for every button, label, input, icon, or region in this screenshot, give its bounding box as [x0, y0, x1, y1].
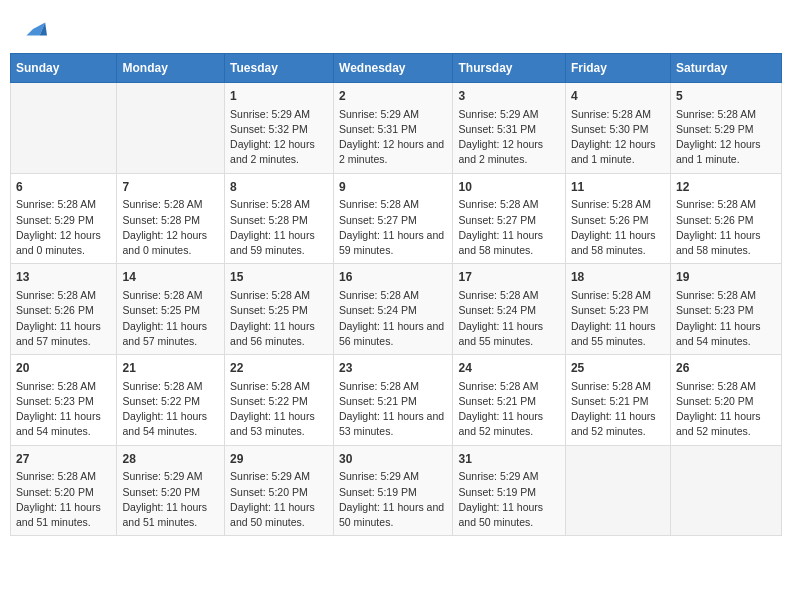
header-monday: Monday: [117, 54, 225, 83]
day-number: 17: [458, 269, 559, 286]
calendar-week-row: 1Sunrise: 5:29 AM Sunset: 5:32 PM Daylig…: [11, 83, 782, 174]
day-number: 23: [339, 360, 447, 377]
day-info: Sunrise: 5:29 AM Sunset: 5:31 PM Dayligh…: [339, 107, 447, 168]
calendar-cell: [565, 445, 670, 536]
calendar-cell: [11, 83, 117, 174]
day-info: Sunrise: 5:28 AM Sunset: 5:26 PM Dayligh…: [16, 288, 111, 349]
calendar-cell: 18Sunrise: 5:28 AM Sunset: 5:23 PM Dayli…: [565, 264, 670, 355]
day-number: 20: [16, 360, 111, 377]
day-info: Sunrise: 5:28 AM Sunset: 5:28 PM Dayligh…: [122, 197, 219, 258]
day-info: Sunrise: 5:28 AM Sunset: 5:25 PM Dayligh…: [230, 288, 328, 349]
day-info: Sunrise: 5:28 AM Sunset: 5:25 PM Dayligh…: [122, 288, 219, 349]
day-info: Sunrise: 5:28 AM Sunset: 5:23 PM Dayligh…: [571, 288, 665, 349]
calendar-cell: 30Sunrise: 5:29 AM Sunset: 5:19 PM Dayli…: [334, 445, 453, 536]
day-number: 5: [676, 88, 776, 105]
calendar-cell: 31Sunrise: 5:29 AM Sunset: 5:19 PM Dayli…: [453, 445, 565, 536]
day-number: 7: [122, 179, 219, 196]
calendar-cell: [670, 445, 781, 536]
header-tuesday: Tuesday: [225, 54, 334, 83]
calendar-cell: 20Sunrise: 5:28 AM Sunset: 5:23 PM Dayli…: [11, 355, 117, 446]
day-number: 19: [676, 269, 776, 286]
calendar-cell: 19Sunrise: 5:28 AM Sunset: 5:23 PM Dayli…: [670, 264, 781, 355]
header-wednesday: Wednesday: [334, 54, 453, 83]
day-number: 1: [230, 88, 328, 105]
header-friday: Friday: [565, 54, 670, 83]
day-number: 21: [122, 360, 219, 377]
calendar-cell: [117, 83, 225, 174]
day-info: Sunrise: 5:29 AM Sunset: 5:31 PM Dayligh…: [458, 107, 559, 168]
header-saturday: Saturday: [670, 54, 781, 83]
day-number: 26: [676, 360, 776, 377]
day-number: 2: [339, 88, 447, 105]
calendar-cell: 17Sunrise: 5:28 AM Sunset: 5:24 PM Dayli…: [453, 264, 565, 355]
day-info: Sunrise: 5:28 AM Sunset: 5:28 PM Dayligh…: [230, 197, 328, 258]
calendar-cell: 24Sunrise: 5:28 AM Sunset: 5:21 PM Dayli…: [453, 355, 565, 446]
day-info: Sunrise: 5:28 AM Sunset: 5:29 PM Dayligh…: [676, 107, 776, 168]
calendar-cell: 29Sunrise: 5:29 AM Sunset: 5:20 PM Dayli…: [225, 445, 334, 536]
calendar-cell: 11Sunrise: 5:28 AM Sunset: 5:26 PM Dayli…: [565, 173, 670, 264]
day-info: Sunrise: 5:29 AM Sunset: 5:19 PM Dayligh…: [458, 469, 559, 530]
day-number: 3: [458, 88, 559, 105]
day-number: 12: [676, 179, 776, 196]
calendar-cell: 1Sunrise: 5:29 AM Sunset: 5:32 PM Daylig…: [225, 83, 334, 174]
calendar-cell: 23Sunrise: 5:28 AM Sunset: 5:21 PM Dayli…: [334, 355, 453, 446]
calendar-cell: 27Sunrise: 5:28 AM Sunset: 5:20 PM Dayli…: [11, 445, 117, 536]
day-info: Sunrise: 5:28 AM Sunset: 5:30 PM Dayligh…: [571, 107, 665, 168]
day-info: Sunrise: 5:28 AM Sunset: 5:22 PM Dayligh…: [122, 379, 219, 440]
calendar-cell: 25Sunrise: 5:28 AM Sunset: 5:21 PM Dayli…: [565, 355, 670, 446]
day-info: Sunrise: 5:28 AM Sunset: 5:23 PM Dayligh…: [16, 379, 111, 440]
day-info: Sunrise: 5:29 AM Sunset: 5:20 PM Dayligh…: [230, 469, 328, 530]
day-number: 29: [230, 451, 328, 468]
calendar-header-row: SundayMondayTuesdayWednesdayThursdayFrid…: [11, 54, 782, 83]
day-info: Sunrise: 5:28 AM Sunset: 5:24 PM Dayligh…: [458, 288, 559, 349]
calendar-cell: 9Sunrise: 5:28 AM Sunset: 5:27 PM Daylig…: [334, 173, 453, 264]
calendar-cell: 16Sunrise: 5:28 AM Sunset: 5:24 PM Dayli…: [334, 264, 453, 355]
day-info: Sunrise: 5:28 AM Sunset: 5:29 PM Dayligh…: [16, 197, 111, 258]
day-info: Sunrise: 5:28 AM Sunset: 5:21 PM Dayligh…: [339, 379, 447, 440]
day-number: 8: [230, 179, 328, 196]
header-thursday: Thursday: [453, 54, 565, 83]
calendar-cell: 5Sunrise: 5:28 AM Sunset: 5:29 PM Daylig…: [670, 83, 781, 174]
day-number: 16: [339, 269, 447, 286]
day-info: Sunrise: 5:28 AM Sunset: 5:22 PM Dayligh…: [230, 379, 328, 440]
day-number: 30: [339, 451, 447, 468]
day-number: 4: [571, 88, 665, 105]
day-number: 14: [122, 269, 219, 286]
header-sunday: Sunday: [11, 54, 117, 83]
calendar-week-row: 20Sunrise: 5:28 AM Sunset: 5:23 PM Dayli…: [11, 355, 782, 446]
day-info: Sunrise: 5:29 AM Sunset: 5:20 PM Dayligh…: [122, 469, 219, 530]
day-number: 6: [16, 179, 111, 196]
calendar-cell: 3Sunrise: 5:29 AM Sunset: 5:31 PM Daylig…: [453, 83, 565, 174]
day-info: Sunrise: 5:29 AM Sunset: 5:32 PM Dayligh…: [230, 107, 328, 168]
day-info: Sunrise: 5:28 AM Sunset: 5:20 PM Dayligh…: [16, 469, 111, 530]
calendar-cell: 22Sunrise: 5:28 AM Sunset: 5:22 PM Dayli…: [225, 355, 334, 446]
calendar-cell: 21Sunrise: 5:28 AM Sunset: 5:22 PM Dayli…: [117, 355, 225, 446]
day-number: 24: [458, 360, 559, 377]
day-number: 27: [16, 451, 111, 468]
day-info: Sunrise: 5:28 AM Sunset: 5:24 PM Dayligh…: [339, 288, 447, 349]
calendar-week-row: 6Sunrise: 5:28 AM Sunset: 5:29 PM Daylig…: [11, 173, 782, 264]
calendar-cell: 4Sunrise: 5:28 AM Sunset: 5:30 PM Daylig…: [565, 83, 670, 174]
day-info: Sunrise: 5:28 AM Sunset: 5:23 PM Dayligh…: [676, 288, 776, 349]
day-number: 9: [339, 179, 447, 196]
calendar-cell: 13Sunrise: 5:28 AM Sunset: 5:26 PM Dayli…: [11, 264, 117, 355]
day-info: Sunrise: 5:28 AM Sunset: 5:21 PM Dayligh…: [571, 379, 665, 440]
calendar-cell: 26Sunrise: 5:28 AM Sunset: 5:20 PM Dayli…: [670, 355, 781, 446]
day-info: Sunrise: 5:28 AM Sunset: 5:26 PM Dayligh…: [571, 197, 665, 258]
day-number: 11: [571, 179, 665, 196]
calendar-cell: 7Sunrise: 5:28 AM Sunset: 5:28 PM Daylig…: [117, 173, 225, 264]
day-info: Sunrise: 5:28 AM Sunset: 5:27 PM Dayligh…: [458, 197, 559, 258]
day-number: 15: [230, 269, 328, 286]
logo: [15, 15, 47, 43]
calendar-table: SundayMondayTuesdayWednesdayThursdayFrid…: [10, 53, 782, 536]
day-info: Sunrise: 5:28 AM Sunset: 5:26 PM Dayligh…: [676, 197, 776, 258]
day-number: 22: [230, 360, 328, 377]
calendar-cell: 28Sunrise: 5:29 AM Sunset: 5:20 PM Dayli…: [117, 445, 225, 536]
day-number: 13: [16, 269, 111, 286]
logo-icon: [19, 15, 47, 43]
calendar-cell: 10Sunrise: 5:28 AM Sunset: 5:27 PM Dayli…: [453, 173, 565, 264]
day-number: 28: [122, 451, 219, 468]
calendar-cell: 15Sunrise: 5:28 AM Sunset: 5:25 PM Dayli…: [225, 264, 334, 355]
calendar-cell: 8Sunrise: 5:28 AM Sunset: 5:28 PM Daylig…: [225, 173, 334, 264]
day-info: Sunrise: 5:28 AM Sunset: 5:27 PM Dayligh…: [339, 197, 447, 258]
